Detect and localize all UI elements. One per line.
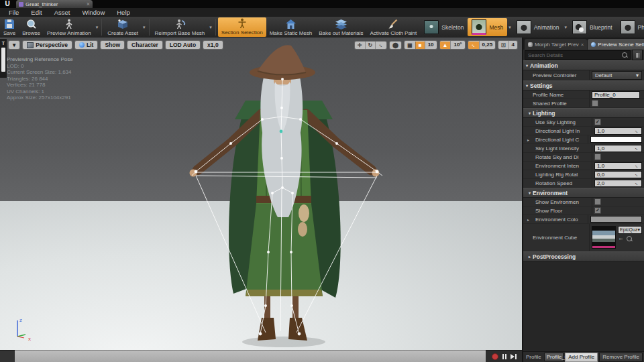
menu-help[interactable]: Help bbox=[111, 8, 136, 17]
grid-snap-value[interactable]: 10 bbox=[425, 41, 437, 49]
viewport-toolbar: ▾ Perspective Lit Show Character LOD Aut… bbox=[8, 40, 223, 50]
row-directional-light-color: ▸ Directional Light C bbox=[523, 135, 644, 144]
use-selected-asset-icon[interactable]: ← bbox=[618, 235, 624, 241]
section-postprocessing[interactable]: ▸ PostProcessing bbox=[523, 251, 644, 261]
camera-speed-value[interactable]: 4 bbox=[508, 41, 517, 49]
mode-blueprint-button[interactable]: Blueprint bbox=[568, 17, 616, 38]
rotation-snap-toggle[interactable]: ▲ bbox=[440, 42, 451, 49]
reimport-base-mesh-button[interactable]: Reimport Base Mesh bbox=[152, 17, 209, 38]
reimport-caret-icon[interactable]: ▾ bbox=[208, 17, 213, 38]
mode-animation-button[interactable]: Animation bbox=[513, 17, 564, 38]
menu-file[interactable]: File bbox=[3, 8, 25, 17]
preview-viewport[interactable]: T ▾ Perspective Lit Show Character bbox=[0, 38, 522, 362]
mode-skeleton-button[interactable]: Skeleton bbox=[420, 17, 468, 38]
preview-animation-button[interactable]: Preview Animation bbox=[44, 17, 95, 38]
pause-button[interactable] bbox=[502, 354, 506, 359]
section-collapse-icon: ▾ bbox=[526, 63, 528, 68]
profile-dropdown[interactable]: Profile_0 ▾ bbox=[544, 353, 564, 361]
environment-cubemap-thumbnail[interactable] bbox=[592, 226, 616, 249]
panel-tab-strip: Morph Target Prev × Preview Scene Sett × bbox=[523, 38, 644, 50]
row-show-environment: Show Environmen bbox=[523, 198, 644, 206]
section-settings[interactable]: ▾ Settings bbox=[523, 80, 644, 90]
section-animation[interactable]: ▾ Animation bbox=[523, 60, 644, 70]
section-selection-figure-icon bbox=[237, 18, 247, 29]
scale-snap-toggle[interactable]: ↔ bbox=[468, 42, 479, 49]
close-tab-icon[interactable]: × bbox=[581, 42, 584, 48]
preview-controller-dropdown[interactable]: Default ▾ bbox=[592, 71, 642, 80]
add-profile-button[interactable]: Add Profile bbox=[565, 353, 598, 362]
approx-size-label: Approx Size: 257x104x291 bbox=[7, 95, 73, 101]
scale-snap-value[interactable]: 0,25 bbox=[479, 41, 496, 49]
section-lighting[interactable]: ▾ Lighting bbox=[523, 108, 644, 118]
search-icon bbox=[622, 52, 627, 58]
rotate-tool-button[interactable]: ↻ bbox=[365, 42, 376, 49]
rotate-sky-checkbox[interactable] bbox=[594, 154, 601, 160]
step-forward-button[interactable] bbox=[511, 354, 517, 359]
show-floor-checkbox[interactable]: ✓ bbox=[594, 207, 601, 214]
menu-bar: File Edit Asset Window Help bbox=[0, 8, 644, 17]
mode-physics-button[interactable]: Physics bbox=[616, 17, 644, 38]
lit-mode-button[interactable]: Lit bbox=[74, 40, 98, 50]
layers-icon bbox=[335, 18, 347, 29]
close-tab-icon[interactable]: × bbox=[87, 1, 90, 7]
profile-name-field[interactable]: Profile_0 bbox=[592, 91, 640, 99]
environment-intensity-spinner[interactable]: 1,0↔ bbox=[594, 162, 642, 170]
remove-profile-button[interactable]: Remove Profile bbox=[599, 353, 643, 362]
menu-edit[interactable]: Edit bbox=[25, 8, 48, 17]
section-selection-button[interactable]: Section Selection bbox=[218, 17, 266, 37]
use-sky-lighting-checkbox[interactable]: ✓ bbox=[594, 119, 601, 125]
rotation-speed-spinner[interactable]: 2,0↔ bbox=[594, 180, 642, 187]
search-details-input[interactable]: Search Details bbox=[525, 50, 631, 60]
lighting-rig-rotation-spinner[interactable]: 0,0↔ bbox=[594, 171, 642, 178]
collapsed-panel-tab[interactable]: T bbox=[0, 39, 7, 78]
character-menu-button[interactable]: Character bbox=[127, 40, 163, 50]
row-use-sky-lighting: Use Sky Lighting ✓ bbox=[523, 118, 644, 127]
search-placeholder: Search Details bbox=[528, 52, 620, 58]
show-environment-checkbox[interactable] bbox=[594, 198, 601, 205]
create-asset-caret-icon[interactable]: ▾ bbox=[142, 17, 147, 38]
character-preview[interactable] bbox=[166, 44, 394, 353]
menu-window[interactable]: Window bbox=[76, 8, 111, 17]
camera-speed-group: 🞔 4 bbox=[498, 40, 518, 50]
scale-tool-button[interactable]: ↔ bbox=[375, 42, 386, 49]
document-tab[interactable]: Great_thinker × bbox=[16, 0, 93, 8]
rotation-snap-value[interactable]: 10° bbox=[450, 41, 464, 49]
tab-preview-scene-settings[interactable]: Preview Scene Sett × bbox=[588, 39, 644, 50]
mesh-caret-icon[interactable]: ▾ bbox=[507, 17, 513, 38]
camera-speed-icon[interactable]: 🞔 bbox=[498, 42, 508, 49]
section-environment[interactable]: ▾ Environment bbox=[523, 188, 644, 198]
environment-color-swatch[interactable] bbox=[590, 216, 642, 223]
make-static-mesh-button[interactable]: Make Static Mesh bbox=[266, 17, 316, 38]
sky-light-intensity-spinner[interactable]: 1,0↔ bbox=[594, 145, 642, 152]
coordinate-system-button[interactable]: ⬤ bbox=[389, 41, 402, 50]
mesh-info-readout: Previewing Reference Pose LOD: 0 Current… bbox=[7, 56, 73, 101]
directional-light-color-swatch[interactable] bbox=[590, 136, 642, 143]
animation-caret-icon[interactable]: ▾ bbox=[564, 17, 569, 38]
perspective-button[interactable]: Perspective bbox=[22, 40, 72, 50]
preview-animation-caret-icon[interactable]: ▾ bbox=[95, 17, 100, 38]
svg-text:x: x bbox=[28, 336, 31, 342]
create-asset-button[interactable]: Create Asset bbox=[104, 17, 142, 38]
surface-snap-button[interactable]: ▦ bbox=[405, 42, 415, 49]
show-menu-button[interactable]: Show bbox=[100, 40, 125, 50]
save-button[interactable]: Save bbox=[0, 17, 19, 38]
bake-out-materials-button[interactable]: Bake out Materials bbox=[315, 17, 366, 38]
playback-speed-button[interactable]: x1,0 bbox=[203, 40, 223, 50]
directional-light-intensity-spinner[interactable]: 1,0↔ bbox=[594, 127, 642, 135]
browse-button[interactable]: Browse bbox=[19, 17, 44, 38]
environment-cubemap-dropdown[interactable]: EpicQuadPanorama_C0 ▾ bbox=[618, 226, 642, 234]
record-button[interactable] bbox=[492, 353, 498, 360]
viewport-options-button[interactable]: ▾ bbox=[8, 40, 20, 50]
lod-auto-button[interactable]: LOD Auto bbox=[165, 40, 201, 50]
timeline-scrub-track[interactable] bbox=[15, 350, 486, 362]
mode-mesh-button[interactable]: Mesh bbox=[468, 18, 507, 36]
activate-cloth-paint-button[interactable]: Activate Cloth Paint bbox=[366, 17, 420, 38]
tab-morph-target-preview[interactable]: Morph Target Prev × bbox=[525, 39, 587, 50]
browse-to-asset-icon[interactable] bbox=[627, 236, 632, 241]
translate-tool-button[interactable]: ✛ bbox=[355, 42, 365, 49]
grid-snap-toggle[interactable]: ■ bbox=[415, 42, 425, 49]
morph-target-tab-icon bbox=[528, 42, 533, 47]
menu-asset[interactable]: Asset bbox=[48, 8, 76, 17]
shared-profile-checkbox[interactable] bbox=[592, 100, 598, 107]
view-options-button[interactable] bbox=[632, 50, 643, 60]
